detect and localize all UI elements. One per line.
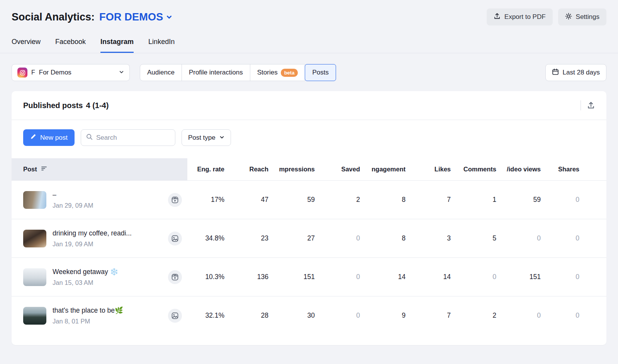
cell-reach: 136 <box>224 258 268 296</box>
table-row[interactable]: drinking my coffee, readi... Jan 19, 09 … <box>12 219 606 258</box>
post-title[interactable]: Weekend getaway ❄️ <box>53 268 118 276</box>
search-box <box>81 129 175 146</box>
new-post-label: New post <box>40 134 68 142</box>
page-title: Social Analytics: <box>12 11 95 23</box>
column-header-impressions[interactable]: mpressions <box>268 158 315 181</box>
divider <box>581 100 581 110</box>
column-header-comments[interactable]: Comments <box>451 158 496 181</box>
tab-bar: Overview Facebook Instagram LinkedIn <box>0 38 618 53</box>
post-thumbnail[interactable] <box>23 268 46 286</box>
cell-impressions: 27 <box>268 219 315 258</box>
cell-impressions: 30 <box>268 296 315 335</box>
date-range-button[interactable]: Last 28 days <box>545 64 606 81</box>
cell-comments: 1 <box>451 181 496 219</box>
settings-label: Settings <box>576 13 599 21</box>
top-header: Social Analytics: FOR DEMOS Export to PD… <box>12 0 606 25</box>
cell-impressions: 151 <box>268 258 315 296</box>
post-type-dropdown[interactable]: Post type <box>182 129 231 146</box>
new-post-button[interactable]: New post <box>23 129 75 146</box>
post-date: Jan 19, 09 AM <box>53 240 132 248</box>
post-cell[interactable]: drinking my coffee, readi... Jan 19, 09 … <box>12 219 187 258</box>
post-date: Jan 15, 03 AM <box>53 279 118 286</box>
column-header-spacer <box>579 158 606 181</box>
cell-reach: 28 <box>224 296 268 335</box>
sort-icon[interactable] <box>41 166 48 173</box>
post-cell[interactable]: Weekend getaway ❄️ Jan 15, 03 AM <box>12 258 187 296</box>
posts-toolbar: New post Post type <box>12 120 606 146</box>
posts-table-body: – Jan 29, 09 AM 17% 47 59 2 8 7 1 59 0 <box>12 181 606 335</box>
search-icon <box>86 134 93 142</box>
post-title[interactable]: – <box>53 191 93 199</box>
project-name[interactable]: FOR DEMOS <box>99 11 163 23</box>
column-header-likes[interactable]: Likes <box>406 158 451 181</box>
account-selector[interactable]: F For Demos <box>12 64 130 81</box>
export-pdf-button[interactable]: Export to PDF <box>487 8 553 25</box>
post-cell[interactable]: – Jan 29, 09 AM <box>12 181 187 219</box>
table-row[interactable]: Weekend getaway ❄️ Jan 15, 03 AM 10.3% 1… <box>12 258 606 296</box>
cell-spacer <box>579 219 606 258</box>
column-header-reach[interactable]: Reach <box>224 158 268 181</box>
column-header-eng-rate[interactable]: Eng. rate <box>187 158 224 181</box>
cell-spacer <box>579 181 606 219</box>
post-type-label: Post type <box>188 134 216 142</box>
column-header-shares[interactable]: Shares <box>541 158 579 181</box>
cell-eng-rate: 34.8% <box>187 219 224 258</box>
cell-spacer <box>579 296 606 335</box>
post-cell[interactable]: that's the place to be🌿 Jan 8, 01 PM <box>12 296 187 335</box>
column-header-video-views[interactable]: /ideo views <box>496 158 541 181</box>
tab-instagram[interactable]: Instagram <box>100 38 134 53</box>
instagram-icon <box>17 68 27 78</box>
tab-facebook[interactable]: Facebook <box>55 38 86 53</box>
pencil-icon <box>30 134 36 142</box>
post-date: Jan 8, 01 PM <box>53 318 123 325</box>
segment-profile-interactions-label: Profile interactions <box>189 69 243 76</box>
calendar-icon <box>552 68 559 77</box>
column-header-engagement[interactable]: ngagement <box>360 158 406 181</box>
cell-comments: 5 <box>451 219 496 258</box>
cell-engagement: 8 <box>360 219 406 258</box>
segment-profile-interactions[interactable]: Profile interactions <box>182 64 250 81</box>
project-selector[interactable]: FOR DEMOS <box>99 11 172 23</box>
video-icon <box>168 193 182 207</box>
cell-likes: 14 <box>406 258 451 296</box>
segment-stories[interactable]: Stories beta <box>250 64 306 81</box>
cell-video-views: 59 <box>496 181 541 219</box>
cell-likes: 3 <box>406 219 451 258</box>
post-thumbnail[interactable] <box>23 230 46 247</box>
post-thumbnail[interactable] <box>23 191 46 209</box>
post-title[interactable]: drinking my coffee, readi... <box>53 229 132 237</box>
segment-audience[interactable]: Audience <box>140 64 182 81</box>
search-input[interactable] <box>96 134 170 142</box>
chevron-down-icon <box>119 69 124 76</box>
cell-saved: 2 <box>315 181 360 219</box>
export-pdf-label: Export to PDF <box>504 13 546 21</box>
cell-engagement: 9 <box>360 296 406 335</box>
gear-icon <box>565 13 572 22</box>
segment-audience-label: Audience <box>147 69 175 76</box>
cell-video-views: 151 <box>496 258 541 296</box>
cell-shares: 0 <box>541 219 579 258</box>
column-header-post[interactable]: Post <box>12 158 187 181</box>
cell-saved: 0 <box>315 219 360 258</box>
tab-overview[interactable]: Overview <box>12 38 41 53</box>
tab-linkedin[interactable]: LinkedIn <box>148 38 175 53</box>
post-title[interactable]: that's the place to be🌿 <box>53 306 123 315</box>
posts-table: Post Eng. rate Reach mpressions Saved ng… <box>12 158 606 335</box>
panel-title: Published posts <box>23 101 83 110</box>
cell-impressions: 59 <box>268 181 315 219</box>
cell-eng-rate: 32.1% <box>187 296 224 335</box>
chevron-down-icon <box>166 14 172 22</box>
cell-spacer <box>579 258 606 296</box>
image-icon <box>168 309 182 323</box>
cell-reach: 23 <box>224 219 268 258</box>
cell-shares: 0 <box>541 181 579 219</box>
export-table-button[interactable] <box>587 102 595 109</box>
table-row[interactable]: – Jan 29, 09 AM 17% 47 59 2 8 7 1 59 0 <box>12 181 606 219</box>
segment-posts[interactable]: Posts <box>305 64 336 81</box>
cell-saved: 0 <box>315 258 360 296</box>
chevron-down-icon <box>219 134 224 142</box>
table-row[interactable]: that's the place to be🌿 Jan 8, 01 PM 32.… <box>12 296 606 335</box>
post-thumbnail[interactable] <box>23 307 46 325</box>
column-header-saved[interactable]: Saved <box>315 158 360 181</box>
settings-button[interactable]: Settings <box>558 8 606 25</box>
